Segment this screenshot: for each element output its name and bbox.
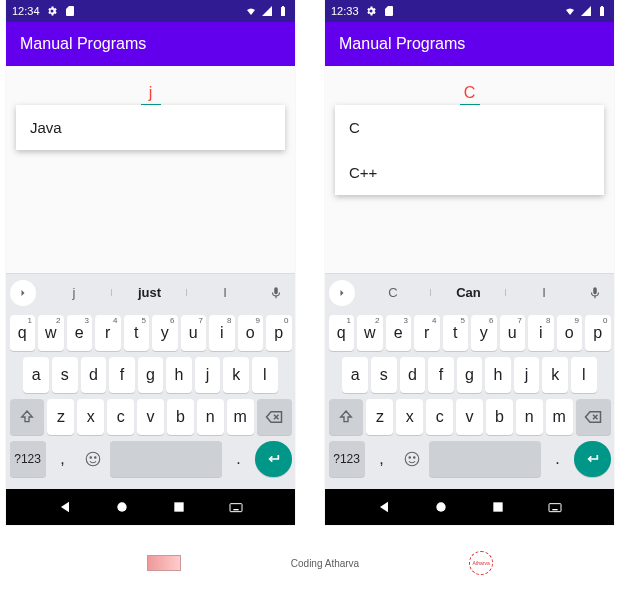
dropdown-item[interactable]: C++ [335, 150, 604, 195]
key-w[interactable]: w2 [357, 315, 383, 351]
key-l[interactable]: l [252, 357, 278, 393]
key-e[interactable]: e3 [67, 315, 93, 351]
key-o[interactable]: o9 [557, 315, 583, 351]
backspace-key[interactable] [257, 399, 292, 435]
content-area: j Java [6, 66, 295, 273]
shift-key[interactable] [10, 399, 45, 435]
key-q[interactable]: q1 [329, 315, 355, 351]
key-p[interactable]: p0 [266, 315, 292, 351]
key-w[interactable]: w2 [38, 315, 64, 351]
key-d[interactable]: d [400, 357, 426, 393]
key-g[interactable]: g [457, 357, 483, 393]
key-x[interactable]: x [396, 399, 423, 435]
period-key[interactable]: . [544, 441, 572, 477]
voice-input-button[interactable] [263, 280, 289, 306]
key-p[interactable]: p0 [585, 315, 611, 351]
key-i[interactable]: i8 [528, 315, 554, 351]
key-l[interactable]: l [571, 357, 597, 393]
key-t[interactable]: t5 [443, 315, 469, 351]
key-j[interactable]: j [195, 357, 221, 393]
key-e[interactable]: e3 [386, 315, 412, 351]
enter-key[interactable] [574, 441, 610, 477]
back-button[interactable] [376, 499, 392, 515]
key-r[interactable]: r4 [95, 315, 121, 351]
comma-key[interactable]: , [368, 441, 396, 477]
key-m[interactable]: m [546, 399, 573, 435]
key-o[interactable]: o9 [238, 315, 264, 351]
key-b[interactable]: b [167, 399, 194, 435]
key-a[interactable]: a [23, 357, 49, 393]
key-m[interactable]: m [227, 399, 254, 435]
signal-icon [580, 5, 592, 17]
key-h[interactable]: h [485, 357, 511, 393]
enter-key[interactable] [255, 441, 291, 477]
space-key[interactable] [110, 441, 221, 477]
space-key[interactable] [429, 441, 540, 477]
key-u[interactable]: u7 [500, 315, 526, 351]
key-z[interactable]: z [366, 399, 393, 435]
gear-icon [46, 5, 58, 17]
key-g[interactable]: g [138, 357, 164, 393]
key-s[interactable]: s [371, 357, 397, 393]
key-v[interactable]: v [456, 399, 483, 435]
key-b[interactable]: b [486, 399, 513, 435]
keyboard-switch-button[interactable] [547, 499, 563, 515]
key-f[interactable]: f [109, 357, 135, 393]
app-title: Manual Programs [20, 35, 146, 53]
symbols-key[interactable]: ?123 [329, 441, 365, 477]
period-key[interactable]: . [225, 441, 253, 477]
microphone-icon [588, 286, 602, 300]
key-c[interactable]: c [426, 399, 453, 435]
suggestion-item[interactable]: I [506, 285, 582, 300]
suggestion-item[interactable]: I [187, 285, 263, 300]
key-a[interactable]: a [342, 357, 368, 393]
emoji-key[interactable] [79, 441, 107, 477]
key-f[interactable]: f [428, 357, 454, 393]
key-v[interactable]: v [137, 399, 164, 435]
key-d[interactable]: d [81, 357, 107, 393]
enter-icon [584, 451, 600, 467]
key-z[interactable]: z [47, 399, 74, 435]
key-k[interactable]: k [223, 357, 249, 393]
key-h[interactable]: h [166, 357, 192, 393]
shift-key[interactable] [329, 399, 364, 435]
autocomplete-input[interactable]: j [141, 84, 161, 105]
home-button[interactable] [433, 499, 449, 515]
key-y[interactable]: y6 [152, 315, 178, 351]
keyboard-suggestion-bar: jjustI [6, 273, 295, 311]
key-x[interactable]: x [77, 399, 104, 435]
key-n[interactable]: n [197, 399, 224, 435]
key-t[interactable]: t5 [124, 315, 150, 351]
expand-suggestions-button[interactable] [329, 280, 355, 306]
autocomplete-input[interactable]: C [460, 84, 480, 105]
key-y[interactable]: y6 [471, 315, 497, 351]
comma-key[interactable]: , [49, 441, 77, 477]
key-r[interactable]: r4 [414, 315, 440, 351]
suggestion-item[interactable]: j [36, 285, 112, 300]
suggestion-item[interactable]: Can [431, 285, 507, 300]
recents-button[interactable] [490, 499, 506, 515]
key-c[interactable]: c [107, 399, 134, 435]
key-q[interactable]: q1 [10, 315, 36, 351]
dropdown-item[interactable]: Java [16, 105, 285, 150]
home-button[interactable] [114, 499, 130, 515]
dropdown-item[interactable]: C [335, 105, 604, 150]
voice-input-button[interactable] [582, 280, 608, 306]
phone-frame: 12:33 Manual Programs C CC++ CCanI [325, 0, 614, 525]
key-u[interactable]: u7 [181, 315, 207, 351]
suggestion-item[interactable]: just [112, 285, 188, 300]
key-s[interactable]: s [52, 357, 78, 393]
recents-button[interactable] [171, 499, 187, 515]
symbols-key[interactable]: ?123 [10, 441, 46, 477]
backspace-key[interactable] [576, 399, 611, 435]
keyboard-switch-button[interactable] [228, 499, 244, 515]
emoji-key[interactable] [398, 441, 426, 477]
key-i[interactable]: i8 [209, 315, 235, 351]
key-j[interactable]: j [514, 357, 540, 393]
key-n[interactable]: n [516, 399, 543, 435]
key-k[interactable]: k [542, 357, 568, 393]
back-button[interactable] [57, 499, 73, 515]
battery-icon [596, 5, 608, 17]
suggestion-item[interactable]: C [355, 285, 431, 300]
expand-suggestions-button[interactable] [10, 280, 36, 306]
